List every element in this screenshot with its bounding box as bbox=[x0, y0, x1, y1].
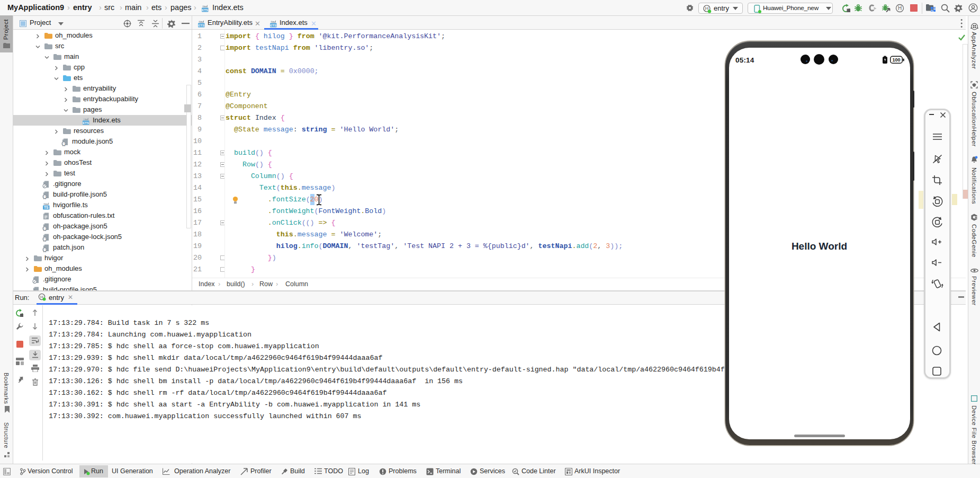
svg-text:{}: {} bbox=[42, 195, 47, 199]
svg-text:H: H bbox=[898, 5, 902, 11]
svg-text:{}: {} bbox=[42, 248, 47, 252]
svg-text:100: 100 bbox=[892, 57, 900, 63]
svg-text:ETS: ETS bbox=[198, 24, 204, 27]
svg-text:ETS: ETS bbox=[270, 24, 276, 27]
svg-text:ETS: ETS bbox=[83, 121, 89, 125]
svg-text:TS: TS bbox=[44, 206, 49, 209]
svg-text:{}: {} bbox=[61, 142, 66, 146]
svg-text:{}: {} bbox=[42, 227, 47, 231]
svg-text:ETS: ETS bbox=[202, 8, 208, 12]
svg-text:{}: {} bbox=[42, 237, 47, 242]
